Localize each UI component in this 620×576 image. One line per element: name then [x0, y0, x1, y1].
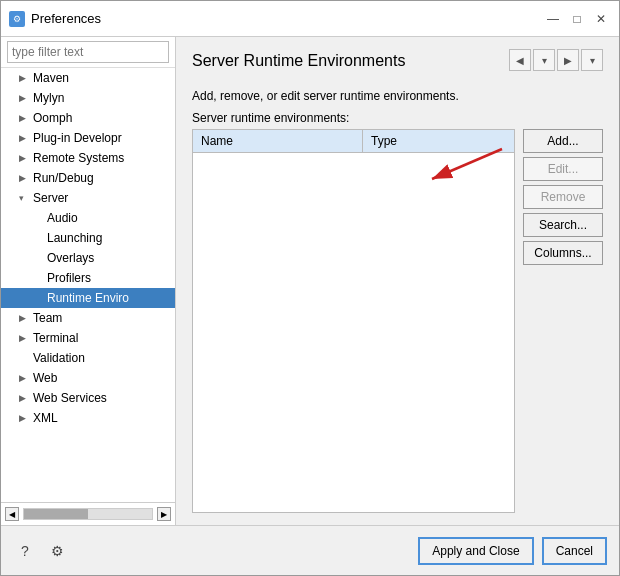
- panel-title: Server Runtime Environments: [192, 52, 405, 70]
- sidebar-item-terminal[interactable]: ▶ Terminal: [1, 328, 175, 348]
- expand-icon: ▶: [19, 413, 33, 423]
- edit-button[interactable]: Edit...: [523, 157, 603, 181]
- sidebar-item-oomph[interactable]: ▶ Oomph: [1, 108, 175, 128]
- expand-icon: ▶: [19, 73, 33, 83]
- sidebar-item-label: Web: [33, 371, 57, 385]
- sidebar: ▶ Maven ▶ Mylyn ▶ Oomph ▶ Plug-in Develo…: [1, 37, 176, 525]
- sidebar-item-label: Overlays: [47, 251, 94, 265]
- sidebar-item-server[interactable]: ▾ Server: [1, 188, 175, 208]
- sidebar-item-label: Maven: [33, 71, 69, 85]
- sidebar-item-label: XML: [33, 411, 58, 425]
- expand-icon: ▶: [19, 313, 33, 323]
- table-wrapper: Name Type: [192, 129, 515, 513]
- sidebar-item-label: Server: [33, 191, 68, 205]
- sidebar-item-label: Terminal: [33, 331, 78, 345]
- content-area: ▶ Maven ▶ Mylyn ▶ Oomph ▶ Plug-in Develo…: [1, 37, 619, 525]
- search-input[interactable]: [7, 41, 169, 63]
- table-header: Name Type: [193, 130, 514, 153]
- nav-back-button[interactable]: ◀: [509, 49, 531, 71]
- app-icon: ⚙: [9, 11, 25, 27]
- expand-icon: ▶: [19, 173, 33, 183]
- sidebar-item-label: Mylyn: [33, 91, 64, 105]
- sidebar-item-label: Remote Systems: [33, 151, 124, 165]
- sidebar-item-mylyn[interactable]: ▶ Mylyn: [1, 88, 175, 108]
- minimize-button[interactable]: —: [543, 9, 563, 29]
- settings-icon-button[interactable]: ⚙: [45, 539, 69, 563]
- expand-icon: ▶: [19, 373, 33, 383]
- sidebar-item-web-services[interactable]: ▶ Web Services: [1, 388, 175, 408]
- nav-forward-button[interactable]: ▶: [557, 49, 579, 71]
- sidebar-item-label: Runtime Enviro: [47, 291, 129, 305]
- expand-icon: ▶: [19, 153, 33, 163]
- sidebar-item-label: Team: [33, 311, 62, 325]
- search-box: [1, 37, 175, 68]
- sidebar-item-audio[interactable]: Audio: [1, 208, 175, 228]
- nav-back-dropdown-button[interactable]: ▾: [533, 49, 555, 71]
- bottom-bar: ? ⚙ Apply and Close Cancel: [1, 525, 619, 575]
- search-button[interactable]: Search...: [523, 213, 603, 237]
- runtime-table[interactable]: Name Type: [192, 129, 515, 513]
- scroll-thumb: [24, 509, 88, 519]
- expand-icon: ▶: [19, 393, 33, 403]
- sidebar-item-label: Oomph: [33, 111, 72, 125]
- sidebar-item-label: Launching: [47, 231, 102, 245]
- table-and-buttons: Name Type: [192, 129, 603, 513]
- sidebar-item-profilers[interactable]: Profilers: [1, 268, 175, 288]
- side-buttons: Add... Edit... Remove Search... Columns.…: [523, 129, 603, 513]
- maximize-button[interactable]: □: [567, 9, 587, 29]
- title-controls: — □ ✕: [543, 9, 611, 29]
- scroll-left-button[interactable]: ◀: [5, 507, 19, 521]
- preferences-window: ⚙ Preferences — □ ✕ ▶ Maven ▶ Mylyn: [0, 0, 620, 576]
- sidebar-item-label: Web Services: [33, 391, 107, 405]
- bottom-left-icons: ? ⚙: [13, 539, 69, 563]
- sidebar-item-xml[interactable]: ▶ XML: [1, 408, 175, 428]
- table-label: Server runtime environments:: [192, 111, 603, 125]
- close-button[interactable]: ✕: [591, 9, 611, 29]
- panel-description: Add, remove, or edit server runtime envi…: [192, 89, 603, 103]
- nav-forward-dropdown-button[interactable]: ▾: [581, 49, 603, 71]
- add-button[interactable]: Add...: [523, 129, 603, 153]
- remove-button[interactable]: Remove: [523, 185, 603, 209]
- apply-close-button[interactable]: Apply and Close: [418, 537, 533, 565]
- column-name-header: Name: [193, 130, 363, 152]
- expand-icon: ▶: [19, 93, 33, 103]
- expand-icon: ▶: [19, 133, 33, 143]
- columns-button[interactable]: Columns...: [523, 241, 603, 265]
- title-bar-left: ⚙ Preferences: [9, 11, 101, 27]
- window-title: Preferences: [31, 11, 101, 26]
- sidebar-item-runtime-env[interactable]: Runtime Enviro: [1, 288, 175, 308]
- cancel-button[interactable]: Cancel: [542, 537, 607, 565]
- scroll-track[interactable]: [23, 508, 153, 520]
- sidebar-item-remote-systems[interactable]: ▶ Remote Systems: [1, 148, 175, 168]
- sidebar-item-label: Audio: [47, 211, 78, 225]
- expand-icon: ▶: [19, 333, 33, 343]
- sidebar-item-validation[interactable]: Validation: [1, 348, 175, 368]
- panel-nav: ◀ ▾ ▶ ▾: [509, 49, 603, 71]
- help-button[interactable]: ?: [13, 539, 37, 563]
- collapse-icon: ▾: [19, 193, 33, 203]
- sidebar-item-run-debug[interactable]: ▶ Run/Debug: [1, 168, 175, 188]
- main-panel: Server Runtime Environments ◀ ▾ ▶ ▾ Add,…: [176, 37, 619, 525]
- title-bar: ⚙ Preferences — □ ✕: [1, 1, 619, 37]
- scroll-right-button[interactable]: ▶: [157, 507, 171, 521]
- sidebar-item-web[interactable]: ▶ Web: [1, 368, 175, 388]
- table-body[interactable]: [193, 153, 514, 509]
- bottom-right-buttons: Apply and Close Cancel: [418, 537, 607, 565]
- expand-icon: ▶: [19, 113, 33, 123]
- sidebar-item-label: Validation: [33, 351, 85, 365]
- sidebar-item-overlays[interactable]: Overlays: [1, 248, 175, 268]
- sidebar-item-label: Profilers: [47, 271, 91, 285]
- sidebar-item-label: Plug-in Developr: [33, 131, 122, 145]
- tree-area: ▶ Maven ▶ Mylyn ▶ Oomph ▶ Plug-in Develo…: [1, 68, 175, 502]
- sidebar-item-team[interactable]: ▶ Team: [1, 308, 175, 328]
- sidebar-item-plugin-dev[interactable]: ▶ Plug-in Developr: [1, 128, 175, 148]
- horizontal-scrollbar[interactable]: ◀ ▶: [1, 502, 175, 525]
- sidebar-item-maven[interactable]: ▶ Maven: [1, 68, 175, 88]
- column-type-header: Type: [363, 130, 514, 152]
- sidebar-item-label: Run/Debug: [33, 171, 94, 185]
- sidebar-item-launching[interactable]: Launching: [1, 228, 175, 248]
